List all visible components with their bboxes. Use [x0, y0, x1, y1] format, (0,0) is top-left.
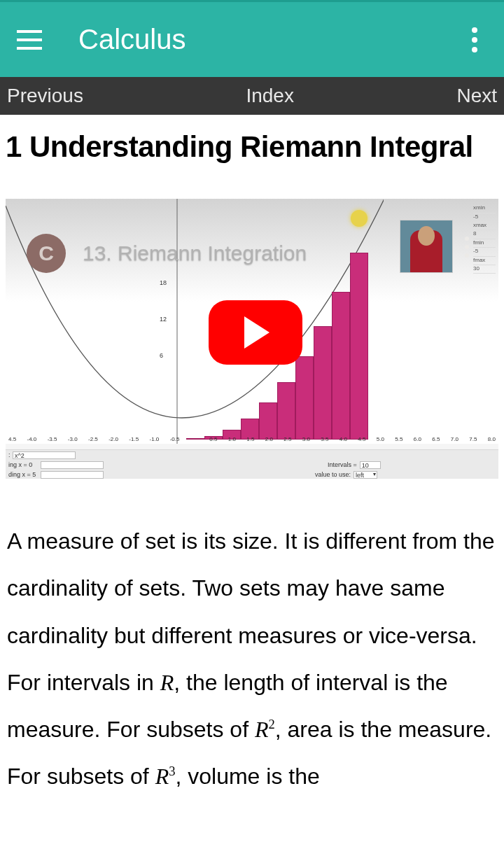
- content: 1 Understanding Riemann Integral 18126 4…: [0, 130, 504, 800]
- presenter-thumbnail: [400, 220, 453, 273]
- endx-input[interactable]: [41, 471, 104, 479]
- menu-icon[interactable]: [14, 24, 45, 55]
- svg-point-3: [472, 27, 477, 33]
- nav-index[interactable]: Index: [83, 85, 456, 107]
- value-select[interactable]: left: [354, 471, 377, 479]
- nav-next[interactable]: Next: [456, 85, 504, 107]
- video-thumbnail[interactable]: 18126 4.5-4.0-3.5-3.0-2.5-2.0-1.5-1.0-0.…: [6, 199, 498, 479]
- nav-bar: Previous Index Next: [0, 77, 504, 115]
- body-paragraph: A measure of set is its size. It is diff…: [6, 518, 498, 800]
- video-header: C 13. Riemann Integration: [27, 234, 307, 273]
- video-more-icon[interactable]: [465, 237, 469, 258]
- startx-input[interactable]: [41, 461, 104, 469]
- fx-input[interactable]: x^2: [13, 451, 76, 459]
- svg-rect-0: [17, 30, 42, 33]
- side-params: xmin-5 xmax8 fmin-5 fmax30: [473, 204, 496, 274]
- svg-point-4: [472, 37, 477, 43]
- more-icon[interactable]: [459, 24, 490, 55]
- svg-rect-2: [17, 47, 42, 50]
- play-button[interactable]: [209, 300, 302, 365]
- y-ticks: 18126: [160, 279, 167, 359]
- app-title: Calculus: [78, 24, 186, 55]
- nav-previous[interactable]: Previous: [0, 85, 83, 107]
- svg-marker-7: [244, 316, 270, 349]
- app-bar: Calculus: [0, 0, 504, 77]
- page-heading: 1 Understanding Riemann Integral: [6, 130, 498, 164]
- svg-rect-1: [17, 38, 42, 41]
- channel-avatar[interactable]: C: [27, 234, 66, 273]
- form-bar: :x^2 ing x = 0 Intervals =10 ding x = 5 …: [6, 449, 498, 479]
- intervals-input[interactable]: 10: [360, 461, 381, 469]
- x-ticks: 4.5-4.0-3.5-3.0-2.5-2.0-1.5-1.0-0.5 0.51…: [8, 436, 496, 442]
- video-title: 13. Riemann Integration: [83, 241, 307, 265]
- svg-point-5: [472, 47, 477, 52]
